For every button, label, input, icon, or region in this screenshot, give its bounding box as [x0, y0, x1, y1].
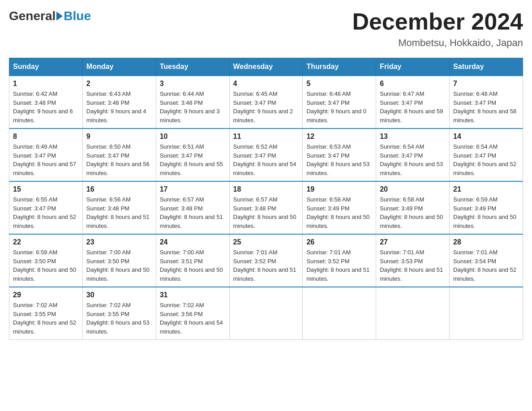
sunrise-label: Sunrise: 7:02 AM [13, 302, 57, 308]
empty-cell [450, 287, 523, 340]
daylight-label: Daylight: 8 hours and 52 minutes. [13, 319, 76, 335]
day-info: Sunrise: 6:47 AM Sunset: 3:47 PM Dayligh… [380, 90, 446, 124]
daylight-label: Daylight: 8 hours and 51 minutes. [160, 214, 223, 229]
empty-cell [376, 287, 450, 340]
sunrise-label: Sunrise: 6:51 AM [160, 143, 204, 150]
day-number: 20 [380, 185, 446, 193]
sunrise-label: Sunrise: 6:50 AM [86, 143, 131, 150]
day-info: Sunrise: 6:52 AM Sunset: 3:47 PM Dayligh… [233, 142, 299, 177]
daylight-label: Daylight: 8 hours and 53 minutes. [306, 161, 369, 176]
sunset-label: Sunset: 3:47 PM [233, 152, 276, 159]
sunrise-label: Sunrise: 6:54 AM [453, 143, 498, 150]
sunrise-label: Sunrise: 6:44 AM [160, 90, 204, 97]
day-number: 12 [306, 133, 372, 141]
col-header-wednesday: Wednesday [229, 58, 303, 76]
day-number: 18 [233, 185, 299, 193]
day-info: Sunrise: 6:56 AM Sunset: 3:48 PM Dayligh… [86, 195, 152, 230]
title-section: December 2024 Mombetsu, Hokkaido, Japan [352, 9, 523, 49]
day-number: 2 [86, 80, 152, 88]
day-cell-22: 22 Sunrise: 6:59 AM Sunset: 3:50 PM Dayl… [9, 234, 83, 287]
daylight-label: Daylight: 8 hours and 51 minutes. [306, 266, 369, 282]
header-row: SundayMondayTuesdayWednesdayThursdayFrid… [9, 58, 523, 76]
daylight-label: Daylight: 8 hours and 53 minutes. [380, 161, 443, 176]
day-number: 17 [160, 185, 226, 193]
sunset-label: Sunset: 3:55 PM [86, 311, 129, 317]
sunrise-label: Sunrise: 6:48 AM [453, 90, 498, 97]
sunset-label: Sunset: 3:47 PM [380, 152, 423, 159]
day-number: 9 [86, 133, 152, 141]
day-number: 3 [160, 80, 226, 88]
day-number: 21 [453, 185, 519, 193]
sunset-label: Sunset: 3:47 PM [233, 99, 276, 106]
daylight-label: Daylight: 8 hours and 54 minutes. [233, 161, 296, 176]
daylight-label: Daylight: 8 hours and 50 minutes. [13, 266, 76, 282]
day-info: Sunrise: 6:51 AM Sunset: 3:47 PM Dayligh… [160, 142, 226, 177]
sunset-label: Sunset: 3:53 PM [380, 258, 423, 265]
week-row-2: 8 Sunrise: 6:49 AM Sunset: 3:47 PM Dayli… [9, 128, 523, 181]
daylight-label: Daylight: 8 hours and 50 minutes. [233, 214, 296, 229]
sunset-label: Sunset: 3:51 PM [160, 258, 203, 265]
day-cell-28: 28 Sunrise: 7:01 AM Sunset: 3:54 PM Dayl… [450, 234, 523, 287]
day-info: Sunrise: 6:57 AM Sunset: 3:48 PM Dayligh… [160, 195, 226, 230]
day-info: Sunrise: 6:54 AM Sunset: 3:47 PM Dayligh… [380, 142, 446, 177]
day-info: Sunrise: 7:01 AM Sunset: 3:54 PM Dayligh… [453, 248, 519, 283]
logo-general-text: General [9, 9, 56, 23]
daylight-label: Daylight: 8 hours and 57 minutes. [13, 161, 76, 176]
daylight-label: Daylight: 8 hours and 50 minutes. [160, 266, 223, 282]
sunset-label: Sunset: 3:48 PM [160, 99, 203, 106]
day-info: Sunrise: 6:58 AM Sunset: 3:49 PM Dayligh… [380, 195, 446, 230]
sunrise-label: Sunrise: 6:45 AM [233, 90, 278, 97]
day-cell-31: 31 Sunrise: 7:02 AM Sunset: 3:56 PM Dayl… [156, 287, 229, 340]
day-info: Sunrise: 6:55 AM Sunset: 3:47 PM Dayligh… [13, 195, 79, 230]
day-number: 30 [86, 291, 152, 299]
daylight-label: Daylight: 8 hours and 53 minutes. [86, 319, 150, 335]
empty-cell [229, 287, 303, 340]
day-number: 15 [13, 185, 79, 193]
sunrise-label: Sunrise: 7:01 AM [233, 249, 278, 256]
sunset-label: Sunset: 3:50 PM [13, 258, 56, 265]
sunset-label: Sunset: 3:52 PM [233, 258, 276, 265]
daylight-label: Daylight: 9 hours and 2 minutes. [233, 108, 293, 124]
sunrise-label: Sunrise: 6:46 AM [306, 90, 351, 97]
sunrise-label: Sunrise: 7:01 AM [380, 249, 424, 256]
day-number: 13 [380, 133, 446, 141]
daylight-label: Daylight: 9 hours and 0 minutes. [306, 108, 366, 124]
day-cell-13: 13 Sunrise: 6:54 AM Sunset: 3:47 PM Dayl… [376, 128, 450, 181]
sunrise-label: Sunrise: 6:57 AM [160, 196, 204, 203]
day-number: 27 [380, 238, 446, 246]
sunset-label: Sunset: 3:49 PM [306, 205, 349, 212]
daylight-label: Daylight: 9 hours and 6 minutes. [13, 108, 73, 124]
day-info: Sunrise: 7:01 AM Sunset: 3:53 PM Dayligh… [380, 248, 446, 283]
sunset-label: Sunset: 3:48 PM [86, 99, 129, 106]
sunrise-label: Sunrise: 6:54 AM [380, 143, 424, 150]
sunset-label: Sunset: 3:47 PM [13, 152, 56, 159]
day-cell-27: 27 Sunrise: 7:01 AM Sunset: 3:53 PM Dayl… [376, 234, 450, 287]
day-number: 8 [13, 133, 79, 141]
day-cell-1: 1 Sunrise: 6:42 AM Sunset: 3:48 PM Dayli… [9, 76, 83, 128]
day-info: Sunrise: 6:50 AM Sunset: 3:47 PM Dayligh… [86, 142, 152, 177]
day-number: 25 [233, 238, 299, 246]
logo-blue-text: Blue [64, 9, 91, 23]
day-number: 11 [233, 133, 299, 141]
day-cell-11: 11 Sunrise: 6:52 AM Sunset: 3:47 PM Dayl… [229, 128, 303, 181]
day-number: 14 [453, 133, 519, 141]
calendar-subtitle: Mombetsu, Hokkaido, Japan [352, 37, 523, 49]
sunset-label: Sunset: 3:47 PM [453, 152, 496, 159]
day-number: 29 [13, 291, 79, 299]
sunset-label: Sunset: 3:50 PM [86, 258, 129, 265]
sunrise-label: Sunrise: 6:53 AM [306, 143, 351, 150]
daylight-label: Daylight: 8 hours and 55 minutes. [160, 161, 223, 176]
day-cell-8: 8 Sunrise: 6:49 AM Sunset: 3:47 PM Dayli… [9, 128, 83, 181]
sunrise-label: Sunrise: 7:01 AM [306, 249, 351, 256]
day-number: 24 [160, 238, 226, 246]
day-info: Sunrise: 6:59 AM Sunset: 3:50 PM Dayligh… [13, 248, 79, 283]
day-info: Sunrise: 6:46 AM Sunset: 3:47 PM Dayligh… [306, 90, 372, 124]
daylight-label: Daylight: 8 hours and 50 minutes. [86, 266, 150, 282]
day-info: Sunrise: 7:02 AM Sunset: 3:55 PM Dayligh… [86, 301, 152, 336]
day-cell-25: 25 Sunrise: 7:01 AM Sunset: 3:52 PM Dayl… [229, 234, 303, 287]
sunset-label: Sunset: 3:47 PM [86, 152, 129, 159]
sunset-label: Sunset: 3:52 PM [306, 258, 349, 265]
daylight-label: Daylight: 8 hours and 51 minutes. [233, 266, 296, 282]
sunset-label: Sunset: 3:49 PM [380, 205, 423, 212]
week-row-5: 29 Sunrise: 7:02 AM Sunset: 3:55 PM Dayl… [9, 287, 523, 340]
